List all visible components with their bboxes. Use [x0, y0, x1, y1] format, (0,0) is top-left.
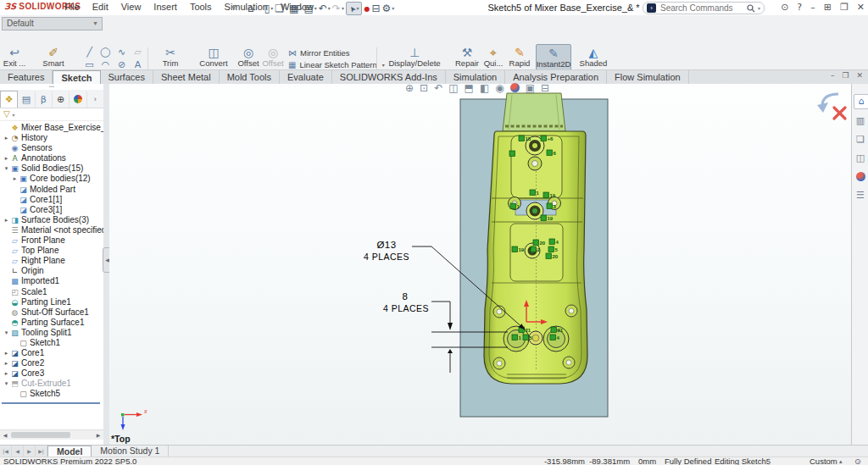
relation-badge-icon[interactable]	[509, 151, 515, 157]
relation-badge-icon[interactable]	[531, 246, 537, 252]
view-palette-icon[interactable]: ◫	[854, 152, 867, 165]
rollback-bar[interactable]	[2, 402, 100, 404]
tree-item-origin[interactable]: ∟Origin	[0, 266, 103, 276]
units-dropdown-icon[interactable]: ▴	[839, 457, 843, 465]
relation-badge-icon[interactable]	[533, 240, 539, 246]
search-icon[interactable]	[747, 4, 755, 13]
search-dropdown-icon[interactable]: ▾	[758, 5, 760, 11]
mixer-base-part[interactable]	[484, 126, 587, 384]
relation-badge-icon[interactable]	[543, 192, 549, 198]
circle-tool-icon[interactable]: ◯	[97, 47, 114, 59]
tree-item-core3[interactable]: ▸◪Core3	[0, 368, 103, 379]
tree-item-right-plane[interactable]: ▱Right Plane	[0, 256, 103, 266]
file-explorer-icon[interactable]: ❏	[854, 133, 867, 147]
tree-item-parting-surface1[interactable]: ◓Parting Surface1	[0, 318, 103, 328]
spline-tool-icon[interactable]: ∿	[114, 47, 130, 59]
custom-properties-icon[interactable]: ☰	[854, 189, 867, 202]
help-icon[interactable]: ?	[797, 2, 802, 13]
restore-icon[interactable]: ❐	[840, 2, 849, 13]
relation-badge-icon[interactable]	[510, 203, 516, 209]
tree-expand-icon[interactable]: ▾	[3, 379, 10, 389]
minimize-icon[interactable]: –	[810, 2, 815, 13]
tab-evaluate[interactable]: Evaluate	[280, 70, 332, 85]
tree-item-top-plane[interactable]: ▱Top Plane	[0, 246, 103, 256]
feature-manager-tab[interactable]: ❖	[0, 91, 18, 108]
home-tab-icon[interactable]: ⌂	[854, 94, 868, 109]
close-icon[interactable]: ✕	[857, 2, 865, 13]
tree-item-history[interactable]: ▸◔History	[0, 133, 103, 143]
appearances-icon[interactable]	[854, 170, 867, 184]
visibility-eye-icon[interactable]: ⊙	[854, 457, 861, 465]
tree-item-surface-bodies-3[interactable]: ▸◨Surface Bodies(3)	[0, 215, 103, 225]
relation-badge-icon[interactable]	[519, 136, 525, 141]
scrollbar-thumb[interactable]	[11, 432, 70, 438]
performance-icon[interactable]: ●	[364, 5, 370, 13]
cancel-sketch-icon[interactable]	[834, 108, 845, 119]
tree-item-parting-line1[interactable]: ◒Parting Line1	[0, 297, 103, 307]
configuration-manager-tab[interactable]: β	[36, 91, 53, 108]
dim-len-places-text[interactable]: 4 PLACES	[383, 303, 429, 313]
undo-icon[interactable]: ↶	[319, 3, 331, 14]
tree-item-core1[interactable]: ▸◪Core1	[0, 348, 103, 358]
upper-small-boss[interactable]	[528, 157, 542, 170]
tree-expand-icon[interactable]: ▸	[3, 368, 10, 379]
relation-badge-icon[interactable]	[523, 335, 529, 340]
tree-item-core3-1[interactable]: ◪Core3[1]	[0, 205, 103, 215]
line-tool-icon[interactable]: ╱	[81, 47, 97, 59]
last-tab-icon[interactable]: ▶|	[36, 446, 47, 457]
tree-item-core-bodies-12[interactable]: ▸▣Core bodies(12)	[0, 174, 103, 184]
tab-surfaces[interactable]: Surfaces	[101, 70, 153, 85]
tree-expand-icon[interactable]: ▸	[3, 153, 10, 163]
tab-model[interactable]: Model	[47, 446, 92, 457]
display-manager-tab[interactable]	[70, 91, 86, 108]
tree-expand-icon[interactable]: ▸	[3, 215, 10, 225]
relation-badge-icon[interactable]	[549, 239, 555, 245]
relation-badge-icon[interactable]	[519, 327, 525, 333]
menu-file[interactable]: File	[64, 2, 80, 12]
redo-icon[interactable]: ↷	[332, 3, 344, 14]
doc-minimize-icon[interactable]: –	[831, 71, 835, 80]
tree-expand-icon[interactable]: ▸	[11, 174, 19, 184]
relation-badge-icon[interactable]	[547, 150, 553, 156]
menu-edit[interactable]: Edit	[92, 2, 108, 12]
layout-icon[interactable]: ⊟	[371, 3, 380, 14]
relation-badge-icon[interactable]	[551, 327, 557, 333]
relation-badge-icon[interactable]	[546, 253, 552, 259]
model-view[interactable]: 18+6611913192041925202115214 Ø13 4 PLACE…	[109, 84, 851, 445]
tab-features[interactable]: Features	[0, 70, 53, 85]
tab-flow-simulation[interactable]: Flow Simulation	[607, 70, 689, 85]
tree-item-cut-extrude1[interactable]: ▾⬒Cut-Extrude1	[0, 379, 103, 389]
tab-sketch[interactable]: Sketch	[53, 70, 100, 85]
tab-motion-study-1[interactable]: Motion Study 1	[92, 446, 169, 457]
maximize-icon[interactable]: ⊞	[824, 2, 832, 13]
design-library-icon[interactable]: ▥	[854, 114, 867, 128]
print-icon[interactable]: ▤	[303, 3, 316, 14]
new-file-icon[interactable]: ▯	[264, 3, 274, 14]
menu-view[interactable]: View	[121, 2, 142, 12]
mirror-entities-button[interactable]: ⋈ Mirror Entities	[288, 47, 350, 58]
options-gear-icon[interactable]: ⚙	[382, 3, 395, 14]
relation-badge-icon[interactable]	[530, 190, 536, 196]
tree-item-scale1[interactable]: ◰Scale1	[0, 287, 103, 297]
relation-badge-icon[interactable]	[550, 335, 556, 340]
relation-badge-icon[interactable]	[512, 335, 518, 340]
configuration-combo[interactable]: Default▼	[2, 17, 103, 30]
tree-item-mixer-base-exercise-defaul[interactable]: ❖Mixer Base_Exercise_& (Defaul	[0, 123, 103, 133]
menu-insert[interactable]: Insert	[153, 2, 177, 12]
tree-expand-icon[interactable]: ▸	[3, 133, 10, 143]
panel-horizontal-scrollbar[interactable]: ◀ ▶	[0, 429, 103, 440]
panel-tab-overflow-arrow[interactable]: ›	[87, 91, 103, 108]
tree-expand-icon[interactable]: ▸	[3, 358, 10, 368]
relation-badge-icon[interactable]	[541, 215, 547, 221]
tree-item-sketch5[interactable]: ▢Sketch5	[0, 389, 103, 399]
tree-expand-icon[interactable]: ▾	[3, 328, 10, 338]
tab-mold-tools[interactable]: Mold Tools	[220, 70, 280, 85]
select-tool-button[interactable]: ➤	[346, 2, 363, 15]
tab-sheet-metal[interactable]: Sheet Metal	[153, 70, 220, 85]
tree-item-sketch1[interactable]: ▢Sketch1	[0, 338, 103, 348]
tree-item-material-not-specified[interactable]: ☰Material <not specified>	[0, 225, 103, 235]
tree-expand-icon[interactable]: ▾	[3, 163, 10, 174]
next-tab-icon[interactable]: ▶	[24, 446, 36, 457]
property-manager-tab[interactable]: ▤	[18, 91, 35, 108]
user-account-icon[interactable]: ⊙	[781, 2, 788, 13]
